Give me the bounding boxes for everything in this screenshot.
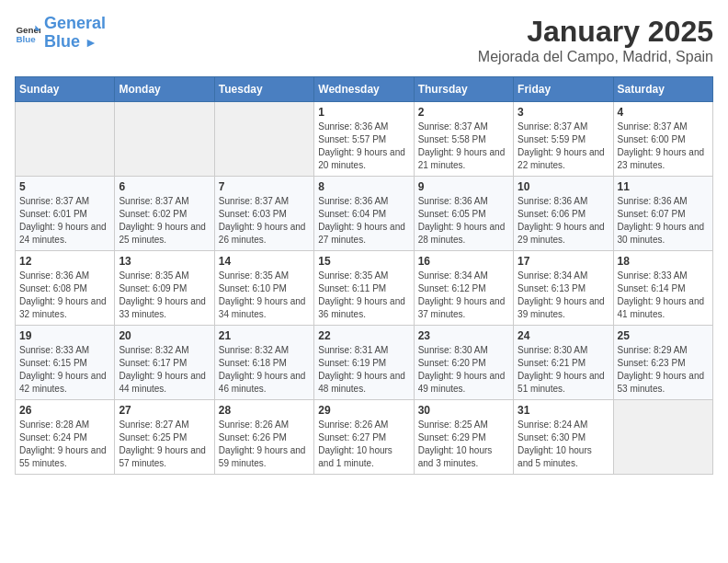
calendar-day: 11Sunrise: 8:36 AMSunset: 6:07 PMDayligh… bbox=[613, 177, 712, 251]
header-tuesday: Tuesday bbox=[214, 77, 313, 102]
title-area: January 2025 Mejorada del Campo, Madrid,… bbox=[478, 15, 713, 65]
calendar-day: 6Sunrise: 8:37 AMSunset: 6:02 PMDaylight… bbox=[115, 177, 214, 251]
calendar-day: 8Sunrise: 8:36 AMSunset: 6:04 PMDaylight… bbox=[314, 177, 414, 251]
day-number: 7 bbox=[219, 180, 310, 193]
calendar-day: 22Sunrise: 8:31 AMSunset: 6:19 PMDayligh… bbox=[314, 326, 414, 400]
day-number: 9 bbox=[418, 180, 509, 193]
day-number: 26 bbox=[19, 404, 110, 417]
calendar-day: 14Sunrise: 8:35 AMSunset: 6:10 PMDayligh… bbox=[214, 251, 313, 326]
day-info: Sunrise: 8:37 AMSunset: 5:59 PMDaylight:… bbox=[518, 121, 609, 172]
calendar-day: 30Sunrise: 8:25 AMSunset: 6:29 PMDayligh… bbox=[414, 400, 513, 475]
calendar-day: 27Sunrise: 8:27 AMSunset: 6:25 PMDayligh… bbox=[115, 400, 214, 475]
month-title: January 2025 bbox=[478, 15, 713, 49]
calendar-week-3: 12Sunrise: 8:36 AMSunset: 6:08 PMDayligh… bbox=[16, 251, 713, 326]
day-info: Sunrise: 8:24 AMSunset: 6:30 PMDaylight:… bbox=[518, 419, 609, 470]
day-number: 20 bbox=[119, 329, 210, 342]
calendar-day: 31Sunrise: 8:24 AMSunset: 6:30 PMDayligh… bbox=[514, 400, 613, 475]
day-info: Sunrise: 8:36 AMSunset: 5:57 PMDaylight:… bbox=[318, 121, 409, 172]
day-number: 3 bbox=[518, 106, 609, 119]
calendar-day: 7Sunrise: 8:37 AMSunset: 6:03 PMDaylight… bbox=[214, 177, 313, 251]
day-info: Sunrise: 8:26 AMSunset: 6:26 PMDaylight:… bbox=[219, 419, 310, 470]
day-info: Sunrise: 8:34 AMSunset: 6:13 PMDaylight:… bbox=[518, 270, 609, 321]
logo: General Blue General Blue ► bbox=[15, 15, 106, 52]
day-info: Sunrise: 8:30 AMSunset: 6:20 PMDaylight:… bbox=[418, 344, 509, 396]
day-number: 21 bbox=[219, 329, 310, 342]
day-number: 27 bbox=[119, 404, 210, 417]
day-info: Sunrise: 8:35 AMSunset: 6:10 PMDaylight:… bbox=[219, 270, 310, 321]
day-number: 8 bbox=[318, 180, 409, 193]
day-number: 5 bbox=[19, 180, 110, 193]
day-info: Sunrise: 8:37 AMSunset: 6:03 PMDaylight:… bbox=[219, 195, 310, 247]
header-saturday: Saturday bbox=[613, 77, 712, 102]
day-info: Sunrise: 8:36 AMSunset: 6:07 PMDaylight:… bbox=[618, 195, 709, 247]
calendar-week-1: 1Sunrise: 8:36 AMSunset: 5:57 PMDaylight… bbox=[16, 102, 713, 177]
page-header: General Blue General Blue ► January 2025… bbox=[15, 15, 713, 65]
day-number: 12 bbox=[19, 255, 110, 268]
day-info: Sunrise: 8:36 AMSunset: 6:04 PMDaylight:… bbox=[318, 195, 409, 247]
day-info: Sunrise: 8:27 AMSunset: 6:25 PMDaylight:… bbox=[119, 419, 210, 470]
day-info: Sunrise: 8:32 AMSunset: 6:18 PMDaylight:… bbox=[219, 344, 310, 396]
day-info: Sunrise: 8:37 AMSunset: 6:02 PMDaylight:… bbox=[119, 195, 210, 247]
day-number: 31 bbox=[518, 404, 609, 417]
calendar-table: SundayMondayTuesdayWednesdayThursdayFrid… bbox=[15, 76, 713, 475]
calendar-day: 17Sunrise: 8:34 AMSunset: 6:13 PMDayligh… bbox=[514, 251, 613, 326]
day-number: 11 bbox=[618, 180, 709, 193]
day-number: 24 bbox=[518, 329, 609, 342]
day-number: 22 bbox=[318, 329, 409, 342]
calendar-day: 24Sunrise: 8:30 AMSunset: 6:21 PMDayligh… bbox=[514, 326, 613, 400]
calendar-week-5: 26Sunrise: 8:28 AMSunset: 6:24 PMDayligh… bbox=[16, 400, 713, 475]
calendar-day: 3Sunrise: 8:37 AMSunset: 5:59 PMDaylight… bbox=[514, 102, 613, 177]
day-number: 29 bbox=[318, 404, 409, 417]
day-number: 6 bbox=[119, 180, 210, 193]
calendar-day: 2Sunrise: 8:37 AMSunset: 5:58 PMDaylight… bbox=[414, 102, 513, 177]
day-number: 13 bbox=[119, 255, 210, 268]
day-info: Sunrise: 8:30 AMSunset: 6:21 PMDaylight:… bbox=[518, 344, 609, 396]
calendar-day: 21Sunrise: 8:32 AMSunset: 6:18 PMDayligh… bbox=[214, 326, 313, 400]
calendar-day bbox=[115, 102, 214, 177]
calendar-day: 18Sunrise: 8:33 AMSunset: 6:14 PMDayligh… bbox=[613, 251, 712, 326]
day-info: Sunrise: 8:36 AMSunset: 6:08 PMDaylight:… bbox=[19, 270, 110, 321]
calendar-day: 29Sunrise: 8:26 AMSunset: 6:27 PMDayligh… bbox=[314, 400, 414, 475]
calendar-day: 28Sunrise: 8:26 AMSunset: 6:26 PMDayligh… bbox=[214, 400, 313, 475]
calendar-day: 1Sunrise: 8:36 AMSunset: 5:57 PMDaylight… bbox=[314, 102, 414, 177]
day-info: Sunrise: 8:37 AMSunset: 6:00 PMDaylight:… bbox=[618, 121, 709, 172]
day-number: 19 bbox=[19, 329, 110, 342]
logo-icon: General Blue bbox=[15, 20, 40, 46]
day-info: Sunrise: 8:31 AMSunset: 6:19 PMDaylight:… bbox=[318, 344, 409, 396]
calendar-day: 15Sunrise: 8:35 AMSunset: 6:11 PMDayligh… bbox=[314, 251, 414, 326]
day-info: Sunrise: 8:32 AMSunset: 6:17 PMDaylight:… bbox=[119, 344, 210, 396]
calendar-week-2: 5Sunrise: 8:37 AMSunset: 6:01 PMDaylight… bbox=[16, 177, 713, 251]
day-info: Sunrise: 8:33 AMSunset: 6:15 PMDaylight:… bbox=[19, 344, 110, 396]
location-subtitle: Mejorada del Campo, Madrid, Spain bbox=[478, 49, 713, 65]
calendar-day: 12Sunrise: 8:36 AMSunset: 6:08 PMDayligh… bbox=[16, 251, 115, 326]
logo-text-line2: Blue ► bbox=[44, 33, 106, 52]
day-info: Sunrise: 8:37 AMSunset: 6:01 PMDaylight:… bbox=[19, 195, 110, 247]
day-number: 4 bbox=[618, 106, 709, 119]
day-number: 17 bbox=[518, 255, 609, 268]
calendar-week-4: 19Sunrise: 8:33 AMSunset: 6:15 PMDayligh… bbox=[16, 326, 713, 400]
calendar-day: 4Sunrise: 8:37 AMSunset: 6:00 PMDaylight… bbox=[613, 102, 712, 177]
day-number: 16 bbox=[418, 255, 509, 268]
day-info: Sunrise: 8:37 AMSunset: 5:58 PMDaylight:… bbox=[418, 121, 509, 172]
day-info: Sunrise: 8:26 AMSunset: 6:27 PMDaylight:… bbox=[318, 419, 409, 470]
calendar-day: 9Sunrise: 8:36 AMSunset: 6:05 PMDaylight… bbox=[414, 177, 513, 251]
calendar-body: 1Sunrise: 8:36 AMSunset: 5:57 PMDaylight… bbox=[16, 102, 713, 475]
day-number: 10 bbox=[518, 180, 609, 193]
logo-text-line1: General bbox=[44, 15, 106, 33]
calendar-day bbox=[16, 102, 115, 177]
day-number: 25 bbox=[618, 329, 709, 342]
calendar-day bbox=[214, 102, 313, 177]
day-number: 1 bbox=[318, 106, 409, 119]
day-number: 18 bbox=[618, 255, 709, 268]
day-number: 28 bbox=[219, 404, 310, 417]
calendar-day: 16Sunrise: 8:34 AMSunset: 6:12 PMDayligh… bbox=[414, 251, 513, 326]
day-info: Sunrise: 8:35 AMSunset: 6:09 PMDaylight:… bbox=[119, 270, 210, 321]
header-thursday: Thursday bbox=[414, 77, 513, 102]
day-info: Sunrise: 8:34 AMSunset: 6:12 PMDaylight:… bbox=[418, 270, 509, 321]
day-info: Sunrise: 8:35 AMSunset: 6:11 PMDaylight:… bbox=[318, 270, 409, 321]
day-info: Sunrise: 8:36 AMSunset: 6:05 PMDaylight:… bbox=[418, 195, 509, 247]
calendar-day: 19Sunrise: 8:33 AMSunset: 6:15 PMDayligh… bbox=[16, 326, 115, 400]
day-number: 2 bbox=[418, 106, 509, 119]
header-row: SundayMondayTuesdayWednesdayThursdayFrid… bbox=[16, 77, 713, 102]
day-info: Sunrise: 8:29 AMSunset: 6:23 PMDaylight:… bbox=[618, 344, 709, 396]
